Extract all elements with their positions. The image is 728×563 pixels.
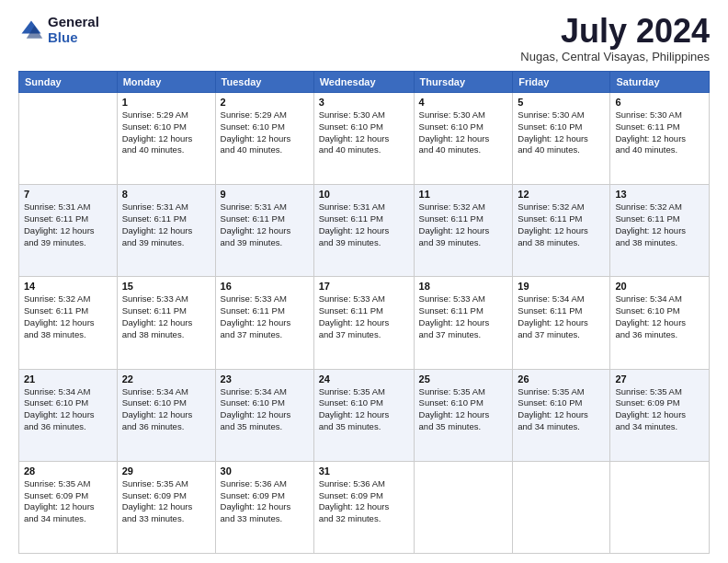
calendar-cell: 13Sunrise: 5:32 AMSunset: 6:11 PMDayligh… (610, 185, 710, 277)
cell-details: Sunrise: 5:35 AMSunset: 6:10 PMDaylight:… (419, 386, 508, 433)
day-number: 27 (615, 373, 704, 385)
day-number: 8 (122, 189, 210, 200)
calendar-cell: 8Sunrise: 5:31 AMSunset: 6:11 PMDaylight… (117, 185, 215, 277)
calendar-cell (513, 461, 610, 553)
day-number: 9 (221, 189, 309, 200)
cell-details: Sunrise: 5:33 AMSunset: 6:11 PMDaylight:… (122, 293, 210, 340)
calendar-cell: 16Sunrise: 5:33 AMSunset: 6:11 PMDayligh… (215, 277, 313, 369)
day-number: 28 (24, 465, 112, 477)
calendar-cell: 19Sunrise: 5:34 AMSunset: 6:11 PMDayligh… (513, 277, 610, 369)
cell-details: Sunrise: 5:30 AMSunset: 6:10 PMDaylight:… (419, 109, 508, 156)
weekday-header-monday: Monday (117, 72, 215, 93)
calendar-cell: 6Sunrise: 5:30 AMSunset: 6:11 PMDaylight… (610, 93, 710, 185)
logo: General Blue (18, 15, 99, 45)
cell-details: Sunrise: 5:34 AMSunset: 6:10 PMDaylight:… (221, 386, 309, 433)
calendar-cell: 11Sunrise: 5:32 AMSunset: 6:11 PMDayligh… (414, 185, 513, 277)
calendar-cell: 17Sunrise: 5:33 AMSunset: 6:11 PMDayligh… (313, 277, 414, 369)
calendar-cell: 5Sunrise: 5:30 AMSunset: 6:10 PMDaylight… (513, 93, 610, 185)
day-number: 2 (221, 97, 309, 108)
calendar-cell: 27Sunrise: 5:35 AMSunset: 6:09 PMDayligh… (610, 369, 710, 461)
day-number: 1 (122, 97, 210, 108)
day-number: 15 (122, 281, 210, 292)
cell-details: Sunrise: 5:30 AMSunset: 6:11 PMDaylight:… (615, 109, 704, 156)
cell-details: Sunrise: 5:32 AMSunset: 6:11 PMDaylight:… (615, 201, 704, 248)
logo-text: General Blue (48, 15, 99, 45)
day-number: 16 (221, 281, 309, 292)
week-row-2: 7Sunrise: 5:31 AMSunset: 6:11 PMDaylight… (19, 185, 710, 277)
cell-details: Sunrise: 5:33 AMSunset: 6:11 PMDaylight:… (319, 293, 409, 340)
calendar-cell: 9Sunrise: 5:31 AMSunset: 6:11 PMDaylight… (215, 185, 313, 277)
day-number: 7 (24, 189, 112, 200)
day-number: 12 (518, 189, 605, 200)
logo-general: General (48, 14, 99, 29)
cell-details: Sunrise: 5:30 AMSunset: 6:10 PMDaylight:… (518, 109, 605, 156)
calendar-cell: 29Sunrise: 5:35 AMSunset: 6:09 PMDayligh… (117, 461, 215, 553)
cell-details: Sunrise: 5:35 AMSunset: 6:10 PMDaylight:… (319, 386, 409, 433)
day-number: 23 (221, 373, 309, 385)
week-row-4: 21Sunrise: 5:34 AMSunset: 6:10 PMDayligh… (19, 369, 710, 461)
cell-details: Sunrise: 5:34 AMSunset: 6:10 PMDaylight:… (615, 293, 704, 340)
day-number: 17 (319, 281, 409, 292)
cell-details: Sunrise: 5:32 AMSunset: 6:11 PMDaylight:… (518, 201, 605, 248)
calendar-cell: 3Sunrise: 5:30 AMSunset: 6:10 PMDaylight… (313, 93, 414, 185)
week-row-5: 28Sunrise: 5:35 AMSunset: 6:09 PMDayligh… (19, 461, 710, 553)
calendar-cell: 31Sunrise: 5:36 AMSunset: 6:09 PMDayligh… (313, 461, 414, 553)
cell-details: Sunrise: 5:31 AMSunset: 6:11 PMDaylight:… (221, 201, 309, 248)
cell-details: Sunrise: 5:32 AMSunset: 6:11 PMDaylight:… (24, 293, 112, 340)
month-title: July 2024 (520, 15, 710, 48)
calendar-cell: 30Sunrise: 5:36 AMSunset: 6:09 PMDayligh… (215, 461, 313, 553)
day-number: 21 (24, 373, 112, 385)
header: General Blue July 2024 Nugas, Central Vi… (18, 15, 710, 63)
cell-details: Sunrise: 5:35 AMSunset: 6:09 PMDaylight:… (24, 478, 112, 525)
calendar-table: SundayMondayTuesdayWednesdayThursdayFrid… (18, 71, 710, 554)
weekday-header-sunday: Sunday (19, 72, 118, 93)
weekday-header-wednesday: Wednesday (313, 72, 414, 93)
cell-details: Sunrise: 5:35 AMSunset: 6:09 PMDaylight:… (615, 386, 704, 433)
calendar-cell: 24Sunrise: 5:35 AMSunset: 6:10 PMDayligh… (313, 369, 414, 461)
calendar-cell (610, 461, 710, 553)
calendar-cell: 12Sunrise: 5:32 AMSunset: 6:11 PMDayligh… (513, 185, 610, 277)
day-number: 24 (319, 373, 409, 385)
cell-details: Sunrise: 5:33 AMSunset: 6:11 PMDaylight:… (419, 293, 508, 340)
cell-details: Sunrise: 5:34 AMSunset: 6:11 PMDaylight:… (518, 293, 605, 340)
calendar-cell: 10Sunrise: 5:31 AMSunset: 6:11 PMDayligh… (313, 185, 414, 277)
calendar-cell: 7Sunrise: 5:31 AMSunset: 6:11 PMDaylight… (19, 185, 118, 277)
day-number: 4 (419, 97, 508, 108)
calendar-cell: 18Sunrise: 5:33 AMSunset: 6:11 PMDayligh… (414, 277, 513, 369)
day-number: 20 (615, 281, 704, 292)
day-number: 5 (518, 97, 605, 108)
day-number: 6 (615, 97, 704, 108)
day-number: 11 (419, 189, 508, 200)
cell-details: Sunrise: 5:36 AMSunset: 6:09 PMDaylight:… (319, 478, 409, 525)
cell-details: Sunrise: 5:32 AMSunset: 6:11 PMDaylight:… (419, 201, 508, 248)
calendar-cell: 14Sunrise: 5:32 AMSunset: 6:11 PMDayligh… (19, 277, 118, 369)
weekday-header-friday: Friday (513, 72, 610, 93)
cell-details: Sunrise: 5:29 AMSunset: 6:10 PMDaylight:… (221, 109, 309, 156)
weekday-header-saturday: Saturday (610, 72, 710, 93)
logo-blue: Blue (48, 29, 78, 45)
day-number: 19 (518, 281, 605, 292)
day-number: 22 (122, 373, 210, 385)
cell-details: Sunrise: 5:30 AMSunset: 6:10 PMDaylight:… (319, 109, 409, 156)
calendar-cell (414, 461, 513, 553)
page: General Blue July 2024 Nugas, Central Vi… (0, 0, 728, 563)
calendar-cell: 23Sunrise: 5:34 AMSunset: 6:10 PMDayligh… (215, 369, 313, 461)
calendar-cell: 2Sunrise: 5:29 AMSunset: 6:10 PMDaylight… (215, 93, 313, 185)
cell-details: Sunrise: 5:36 AMSunset: 6:09 PMDaylight:… (221, 478, 309, 525)
calendar-cell: 25Sunrise: 5:35 AMSunset: 6:10 PMDayligh… (414, 369, 513, 461)
day-number: 14 (24, 281, 112, 292)
calendar-cell: 20Sunrise: 5:34 AMSunset: 6:10 PMDayligh… (610, 277, 710, 369)
cell-details: Sunrise: 5:31 AMSunset: 6:11 PMDaylight:… (122, 201, 210, 248)
day-number: 29 (122, 465, 210, 477)
weekday-header-tuesday: Tuesday (215, 72, 313, 93)
day-number: 31 (319, 465, 409, 477)
cell-details: Sunrise: 5:35 AMSunset: 6:09 PMDaylight:… (122, 478, 210, 525)
location: Nugas, Central Visayas, Philippines (520, 50, 710, 63)
calendar-cell: 21Sunrise: 5:34 AMSunset: 6:10 PMDayligh… (19, 369, 118, 461)
calendar-cell: 26Sunrise: 5:35 AMSunset: 6:10 PMDayligh… (513, 369, 610, 461)
cell-details: Sunrise: 5:31 AMSunset: 6:11 PMDaylight:… (319, 201, 409, 248)
calendar-cell: 15Sunrise: 5:33 AMSunset: 6:11 PMDayligh… (117, 277, 215, 369)
calendar-cell (19, 93, 118, 185)
title-section: July 2024 Nugas, Central Visayas, Philip… (520, 15, 710, 63)
weekday-header-row: SundayMondayTuesdayWednesdayThursdayFrid… (19, 72, 710, 93)
